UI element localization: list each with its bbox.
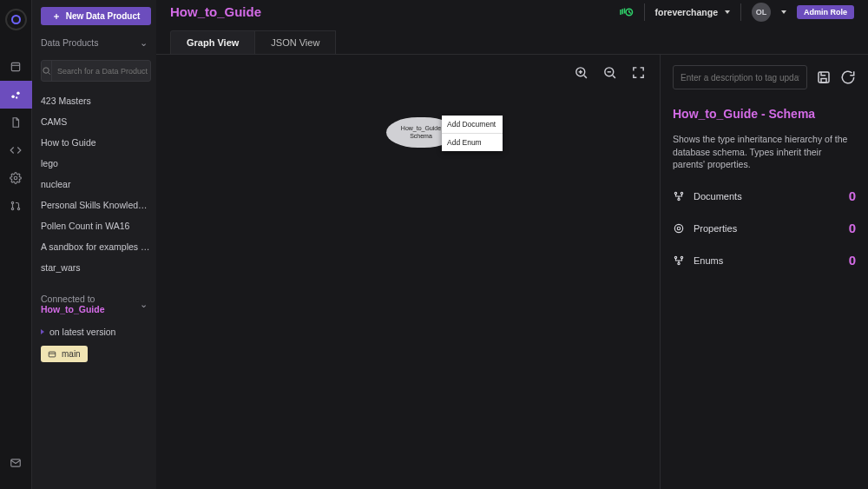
divider (644, 3, 645, 21)
svg-point-5 (14, 176, 17, 180)
svg-line-23 (584, 76, 587, 78)
svg-point-3 (16, 92, 20, 96)
rail-item-pull-request[interactable] (0, 192, 32, 220)
svg-point-38 (678, 262, 680, 264)
svg-rect-29 (819, 72, 829, 83)
stat-enums-count: 0 (849, 253, 856, 268)
search-data-product[interactable] (41, 60, 151, 82)
rail-item-data-products[interactable] (0, 81, 32, 109)
chevron-down-icon: ⌄ (140, 299, 148, 309)
svg-point-8 (17, 208, 19, 209)
svg-point-36 (674, 256, 676, 258)
list-item[interactable]: How to Guide (41, 132, 151, 153)
tab-graph-view[interactable]: Graph View (170, 30, 255, 54)
data-products-collapse[interactable]: Data Products ⌄ (41, 37, 151, 48)
zoom-in-icon[interactable] (574, 65, 589, 80)
svg-rect-30 (821, 79, 826, 83)
schema-node-line2: Schema (410, 133, 432, 139)
svg-point-7 (11, 208, 13, 209)
stat-properties: Properties 0 (673, 215, 856, 235)
activity-icon[interactable] (618, 4, 634, 20)
new-data-product-label: New Data Product (66, 11, 141, 21)
svg-point-6 (11, 202, 13, 203)
svg-point-32 (681, 192, 682, 194)
user-menu[interactable]: foreverchange (655, 7, 730, 17)
stat-enums-label: Enums (694, 255, 723, 266)
refresh-icon[interactable] (840, 69, 856, 85)
connected-product: How_to_Guide (41, 304, 105, 314)
fullscreen-icon[interactable] (631, 65, 646, 80)
divider (740, 3, 741, 21)
list-item[interactable]: CAMS (41, 111, 151, 132)
context-menu-add-document[interactable]: Add Document (442, 116, 503, 134)
svg-rect-14 (49, 352, 56, 357)
list-item[interactable]: star_wars (41, 257, 151, 278)
stat-properties-label: Properties (694, 223, 737, 234)
svg-point-12 (43, 68, 49, 73)
svg-line-21 (628, 12, 630, 14)
page-title: How_to_Guide (170, 4, 261, 19)
connected-prefix: Connected to (41, 294, 95, 304)
svg-point-33 (678, 198, 680, 200)
new-data-product-button[interactable]: New Data Product (41, 7, 151, 25)
avatar[interactable]: OL (752, 3, 771, 22)
stat-documents-label: Documents (694, 191, 742, 202)
svg-point-2 (11, 96, 15, 99)
latest-version-label: on latest version (49, 327, 115, 337)
rail-item-document[interactable] (0, 109, 32, 136)
stat-enums: Enums 0 (673, 248, 856, 268)
svg-point-4 (16, 96, 17, 98)
search-input[interactable] (52, 67, 160, 76)
latest-version-row[interactable]: on latest version (41, 327, 151, 337)
stat-documents: Documents 0 (673, 183, 856, 203)
list-item[interactable]: Pollen Count in WA16 (41, 215, 151, 236)
connected-collapse[interactable]: Connected to How_to_Guide ⌄ (41, 294, 151, 314)
rail-item-code[interactable] (0, 136, 32, 164)
schema-panel-title: How_to_Guide - Schema (673, 107, 856, 121)
main-area: How_to_Guide foreverchange OL Admin Role… (156, 0, 868, 489)
schema-panel-description: Shows the type inheritance hierarchy of … (673, 133, 856, 171)
play-icon (41, 329, 44, 334)
branch-pill[interactable]: main (41, 346, 88, 362)
schema-node-line1: How_to_Guide (401, 125, 441, 131)
user-name: foreverchange (655, 7, 718, 17)
svg-point-34 (674, 224, 682, 232)
svg-line-27 (613, 76, 615, 78)
list-item[interactable]: Personal Skills Knowledge Gr… (41, 195, 151, 215)
svg-point-37 (681, 256, 682, 258)
graph-canvas[interactable]: How_to_GuideSchema X Add Document Add En… (156, 55, 660, 489)
context-menu: Add Document Add Enum (442, 116, 503, 151)
role-pill[interactable]: Admin Role (797, 5, 854, 19)
svg-point-35 (677, 227, 681, 230)
caret-down-icon (725, 10, 730, 14)
save-icon[interactable] (816, 69, 832, 85)
chevron-down-icon: ⌄ (140, 37, 148, 48)
svg-line-13 (49, 73, 50, 75)
rail-item-mail[interactable] (0, 449, 32, 477)
data-products-label: Data Products (41, 37, 99, 48)
list-item[interactable]: A sandbox for examples and r… (41, 236, 151, 257)
context-menu-add-enum[interactable]: Add Enum (442, 134, 503, 151)
svg-point-31 (674, 192, 676, 194)
list-item[interactable]: lego (41, 153, 151, 174)
side-panel: New Data Product Data Products ⌄ 423 Mas… (32, 0, 156, 489)
list-item[interactable]: nuclear (41, 174, 151, 195)
search-icon (42, 61, 52, 81)
target-icon (673, 222, 685, 235)
list-item[interactable]: 423 Masters (41, 90, 151, 111)
rail-item-book[interactable] (0, 53, 32, 81)
branch-icon (673, 190, 685, 202)
app-logo (5, 9, 27, 30)
tag-description-input[interactable] (673, 65, 807, 89)
branch-label: main (62, 349, 81, 359)
stat-documents-count: 0 (849, 188, 856, 203)
stat-properties-count: 0 (849, 221, 856, 235)
branch-icon (673, 254, 685, 267)
zoom-out-icon[interactable] (602, 65, 617, 80)
topbar: How_to_Guide foreverchange OL Admin Role (156, 0, 868, 23)
tab-json-view[interactable]: JSON View (255, 30, 336, 54)
rail-item-settings[interactable] (0, 164, 32, 192)
schema-panel: How_to_Guide - Schema Shows the type inh… (660, 55, 868, 489)
caret-down-icon[interactable] (781, 10, 786, 14)
view-tabs: Graph View JSON View (170, 30, 868, 54)
